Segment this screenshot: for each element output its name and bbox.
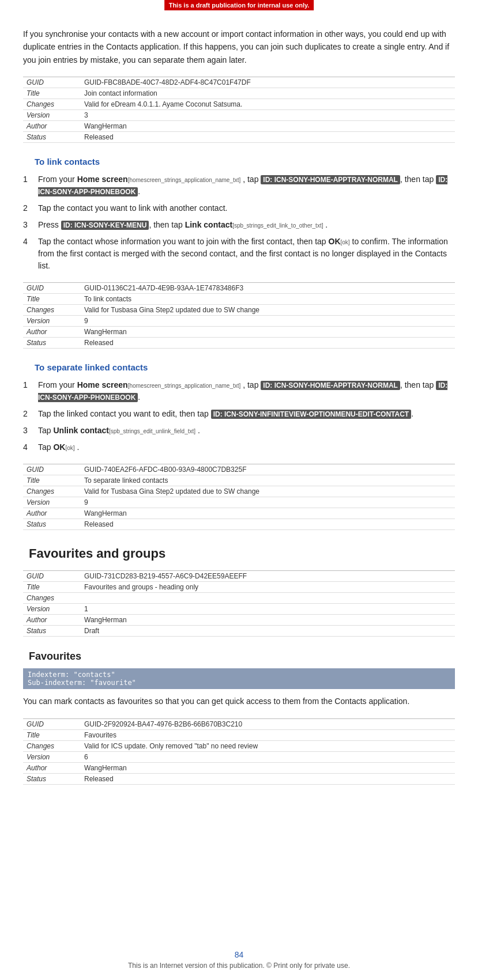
favourites-section: Favourites Indexterm: "contacts" Sub-ind…	[23, 650, 455, 707]
bold-text: Home screen	[77, 380, 128, 389]
meta-label: Changes	[23, 740, 81, 751]
step-number: 3	[23, 425, 38, 437]
meta-label: Status	[23, 773, 81, 784]
ui-element: ID: ICN-SONY-KEY-MENU	[61, 221, 149, 230]
meta-value: To separate linked contacts	[81, 475, 455, 486]
step-content: Press ID: ICN-SONY-KEY-MENU, then tap Li…	[38, 219, 455, 231]
ui-tag: [ok]	[65, 445, 74, 451]
list-item: 2Tap the linked contact you want to edit…	[23, 408, 455, 420]
meta-value: Released	[81, 519, 455, 530]
ui-tag: [homescreen_strings_application_name_txt…	[128, 383, 241, 389]
meta-value: Valid for Tusbasa Gina Step2 updated due…	[81, 305, 455, 316]
meta-label: Version	[23, 604, 81, 615]
meta-value: Draft	[81, 626, 455, 637]
ui-element: ID: ICN-SONY-HOME-APPTRAY-NORMAL	[261, 175, 400, 184]
meta-label: Author	[23, 762, 81, 773]
link-contacts-steps: 1From your Home screen[homescreen_string…	[23, 173, 455, 272]
list-item: 3Press ID: ICN-SONY-KEY-MENU, then tap L…	[23, 219, 455, 231]
meta-value: GUID-731CD283-B219-4557-A6C9-D42EE59AEEF…	[81, 571, 455, 582]
ui-tag: [spb_strings_edit_unlink_field_txt]	[109, 428, 195, 434]
meta-label: Status	[23, 519, 81, 530]
step-content: Tap Unlink contact[spb_strings_edit_unli…	[38, 425, 455, 437]
meta-label: Version	[23, 110, 81, 121]
meta-label: Changes	[23, 99, 81, 110]
step-content: Tap the contact you want to link with an…	[38, 202, 455, 214]
step-number: 4	[23, 236, 38, 272]
step-number: 3	[23, 219, 38, 231]
meta-value: GUID-740EA2F6-AFDC-4B00-93A9-4800C7DB325…	[81, 464, 455, 475]
meta-value: GUID-2F920924-BA47-4976-B2B6-66B670B3C21…	[81, 718, 455, 729]
meta-value: GUID-01136C21-4A7D-4E9B-93AA-1E74783486F…	[81, 283, 455, 294]
meta-label: Author	[23, 615, 81, 626]
meta-label: Changes	[23, 305, 81, 316]
step-content: Tap the contact whose information you wa…	[38, 236, 455, 272]
step-number: 2	[23, 202, 38, 214]
draft-banner: This is a draft publication for internal…	[164, 0, 314, 10]
ui-element: ID: ICN-SONY-HOME-APPTRAY-NORMAL	[261, 381, 400, 390]
meta-table-4: GUIDGUID-731CD283-B219-4557-A6C9-D42EE59…	[23, 570, 455, 637]
meta-value: 9	[81, 316, 455, 327]
meta-label: Author	[23, 508, 81, 519]
meta-label: GUID	[23, 464, 81, 475]
meta-label: Title	[23, 88, 81, 99]
bold-text: Unlink contact	[53, 426, 108, 435]
step-content: From your Home screen[homescreen_strings…	[38, 173, 455, 198]
meta-value: WangHerman	[81, 327, 455, 338]
intro-paragraph: If you synchronise your contacts with a …	[23, 28, 455, 66]
meta-label: Title	[23, 729, 81, 740]
meta-value: Favourites and groups - heading only	[81, 582, 455, 593]
step-content: Tap the linked contact you want to edit,…	[38, 408, 455, 420]
list-item: 2Tap the contact you want to link with a…	[23, 202, 455, 214]
meta-label: Author	[23, 327, 81, 338]
step-content: Tap OK[ok] .	[38, 441, 455, 453]
meta-value: Favourites	[81, 729, 455, 740]
meta-label: Status	[23, 132, 81, 143]
meta-table-1: GUIDGUID-FBC8BADE-40C7-48D2-ADF4-8C47C01…	[23, 77, 455, 143]
meta-label: GUID	[23, 571, 81, 582]
meta-value: Released	[81, 132, 455, 143]
list-item: 1From your Home screen[homescreen_string…	[23, 173, 455, 198]
ui-element: ID: ICN-SONY-INFINITEVIEW-OPTIONMENU-EDI…	[211, 410, 412, 419]
meta-value: Valid for eDream 4.0.1.1. Ayame Coconut …	[81, 99, 455, 110]
meta-label: Version	[23, 497, 81, 508]
page-number: 84	[0, 950, 478, 959]
separate-contacts-steps: 1From your Home screen[homescreen_string…	[23, 379, 455, 453]
meta-value: To link contacts	[81, 294, 455, 305]
meta-value: Valid for Tusbasa Gina Step2 updated due…	[81, 486, 455, 497]
meta-value: 3	[81, 110, 455, 121]
ui-tag: [spb_strings_edit_link_to_other_txt]	[232, 222, 323, 229]
meta-value	[81, 593, 455, 604]
bold-text: OK	[53, 442, 65, 452]
bold-text: OK	[329, 237, 341, 246]
separate-contacts-heading: To separate linked contacts	[35, 362, 455, 372]
meta-label: GUID	[23, 283, 81, 294]
meta-label: Title	[23, 582, 81, 593]
ui-tag: [homescreen_strings_application_name_txt…	[128, 177, 241, 183]
bold-text: Link contact	[185, 220, 232, 229]
meta-table-5: GUIDGUID-2F920924-BA47-4976-B2B6-66B670B…	[23, 718, 455, 785]
list-item: 1From your Home screen[homescreen_string…	[23, 379, 455, 403]
meta-table-3: GUIDGUID-740EA2F6-AFDC-4B00-93A9-4800C7D…	[23, 464, 455, 530]
meta-label: Version	[23, 751, 81, 762]
meta-value: 6	[81, 751, 455, 762]
meta-label: Version	[23, 316, 81, 327]
list-item: 3Tap Unlink contact[spb_strings_edit_unl…	[23, 425, 455, 437]
step-number: 1	[23, 379, 38, 403]
ui-tag: [ok]	[341, 239, 350, 245]
meta-table-2: GUIDGUID-01136C21-4A7D-4E9B-93AA-1E74783…	[23, 282, 455, 349]
step-number: 4	[23, 441, 38, 453]
page-footer: 84 This is an Internet version of this p…	[0, 950, 478, 970]
list-item: 4Tap OK[ok] .	[23, 441, 455, 453]
meta-value: 9	[81, 497, 455, 508]
meta-label: Author	[23, 121, 81, 132]
meta-label: Status	[23, 338, 81, 349]
meta-label: Title	[23, 294, 81, 305]
indexterm-block: Indexterm: "contacts" Sub-indexterm: "fa…	[23, 668, 455, 689]
meta-value: WangHerman	[81, 615, 455, 626]
meta-label: GUID	[23, 77, 81, 88]
favourites-groups-heading: Favourites and groups	[29, 546, 455, 561]
step-number: 1	[23, 173, 38, 198]
step-number: 2	[23, 408, 38, 420]
copyright-text: This is an Internet version of this publ…	[128, 962, 350, 970]
meta-value: GUID-FBC8BADE-40C7-48D2-ADF4-8C47C01F47D…	[81, 77, 455, 88]
